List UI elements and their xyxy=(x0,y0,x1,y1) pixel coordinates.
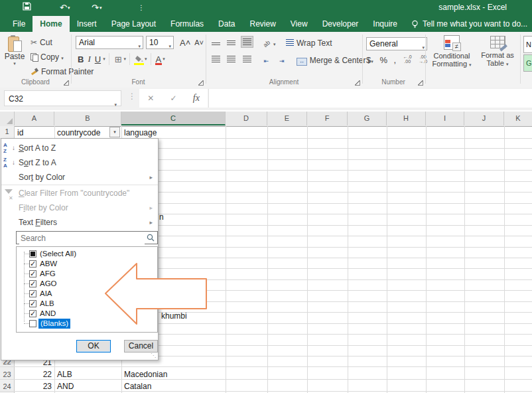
font-dialog-launcher[interactable] xyxy=(198,80,204,86)
col-header-a[interactable]: A xyxy=(15,112,54,125)
borders-button[interactable]: ⊞ xyxy=(113,54,124,64)
italic-button[interactable]: I xyxy=(86,54,92,64)
cell-c24[interactable]: Catalan xyxy=(124,380,151,392)
row-24[interactable]: 24 23 AND Catalan xyxy=(0,380,532,392)
format-painter-button[interactable]: Format Painter xyxy=(31,65,94,78)
menu-clear-filter[interactable]: ✕ Clear Filter From "countrycode" xyxy=(1,187,158,200)
select-all-corner[interactable] xyxy=(0,112,15,125)
merge-center-button[interactable]: ↔Merge & Center ▾ xyxy=(297,56,371,65)
col-header-c[interactable]: C xyxy=(121,112,226,125)
align-center-button[interactable] xyxy=(225,53,237,65)
number-dialog-launcher[interactable] xyxy=(418,80,423,86)
clipboard-dialog-launcher[interactable] xyxy=(64,80,69,86)
tab-inquire[interactable]: Inquire xyxy=(366,16,405,32)
filter-item[interactable]: ✓ AFG xyxy=(17,269,157,279)
align-right-button[interactable] xyxy=(241,53,253,65)
undo-caret-icon[interactable]: ▾ xyxy=(68,5,70,10)
font-name-combo[interactable]: Arial▾ xyxy=(76,36,143,49)
checkbox-indeterminate[interactable] xyxy=(29,250,36,258)
bold-button[interactable]: B xyxy=(76,54,86,64)
redo-caret-icon[interactable]: ▾ xyxy=(100,5,102,10)
font-color-caret-icon[interactable]: ▾ xyxy=(163,56,165,62)
tab-review[interactable]: Review xyxy=(242,16,283,32)
filter-search-box[interactable] xyxy=(16,231,158,244)
filter-item-select-all[interactable]: (Select All) xyxy=(17,249,157,259)
insert-function-icon[interactable]: fx xyxy=(193,93,200,104)
filter-item-blanks[interactable]: (Blanks) xyxy=(17,319,157,329)
checkbox-checked[interactable]: ✓ xyxy=(29,290,36,297)
menu-filter-by-color[interactable]: Filter by Color ▸ xyxy=(1,201,158,214)
redo-button[interactable]: ↷▾ xyxy=(92,1,101,15)
col-header-f[interactable]: F xyxy=(307,112,348,125)
font-color-button[interactable]: A xyxy=(155,54,163,64)
increase-decimal-button[interactable]: ←.0.00 xyxy=(403,54,412,64)
qat-customize-icon[interactable]: ⋮ xyxy=(138,1,145,15)
col-header-h[interactable]: H xyxy=(387,112,426,125)
row-23[interactable]: 23 22 ALB Macedonian xyxy=(0,367,532,380)
copy-button[interactable]: Copy ▾ xyxy=(31,50,64,64)
cell-c1[interactable]: language xyxy=(124,128,157,137)
paste-button[interactable]: Paste ▾ xyxy=(3,36,27,84)
fill-color-caret-icon[interactable]: ▾ xyxy=(145,56,147,62)
align-left-button[interactable] xyxy=(210,53,222,65)
countrycode-filter-button[interactable]: ▾ xyxy=(109,127,120,137)
col-header-k[interactable]: K xyxy=(504,112,532,125)
top-align-button[interactable] xyxy=(210,36,222,48)
orientation-button[interactable]: ab xyxy=(260,36,273,48)
cell-a1[interactable]: id xyxy=(17,128,23,137)
cell-style-good[interactable]: G xyxy=(523,54,532,72)
col-header-i[interactable]: I xyxy=(426,112,464,125)
cancel-entry-icon[interactable]: ✕ xyxy=(147,94,154,103)
paste-caret-icon[interactable]: ▾ xyxy=(3,61,27,66)
alignment-dialog-launcher[interactable] xyxy=(355,80,360,86)
undo-button[interactable]: ↶▾ xyxy=(60,1,70,15)
tell-me-box[interactable]: Tell me what you want to do... xyxy=(411,16,527,32)
menu-sort-a-to-z[interactable]: AZ↓ Sort A to Z xyxy=(1,141,158,155)
resize-grip[interactable]: ⋱ xyxy=(151,353,156,358)
decrease-decimal-button[interactable]: .00→.0 xyxy=(419,54,427,64)
middle-align-button[interactable] xyxy=(225,36,237,48)
accounting-caret-icon[interactable]: ▾ xyxy=(371,59,373,64)
checkbox-checked[interactable]: ✓ xyxy=(29,260,36,268)
decrease-indent-button[interactable]: ⇤ xyxy=(260,53,273,65)
tab-file[interactable]: File xyxy=(5,16,33,32)
cell-b1[interactable]: countrycode xyxy=(57,128,100,137)
cell-a24[interactable]: 23 xyxy=(15,380,52,392)
save-icon[interactable] xyxy=(23,1,31,15)
shrink-font-button[interactable]: A˅ xyxy=(192,39,206,46)
font-size-combo[interactable]: 10▾ xyxy=(146,36,174,49)
col-header-g[interactable]: G xyxy=(348,112,387,125)
enter-entry-icon[interactable]: ✓ xyxy=(170,94,176,103)
fill-color-button[interactable] xyxy=(133,54,145,64)
cut-button[interactable]: ✂Cut xyxy=(31,36,52,49)
tab-developer[interactable]: Developer xyxy=(315,16,366,32)
col-header-d[interactable]: D xyxy=(226,112,267,125)
underline-button[interactable]: U xyxy=(93,54,103,64)
increase-indent-button[interactable]: ⇥ xyxy=(275,53,288,65)
row-header-1[interactable]: 1 xyxy=(0,127,14,135)
filter-item[interactable]: ✓ AGO xyxy=(17,279,157,289)
conditional-formatting-button[interactable]: ≠ Conditional Formatting ▾ xyxy=(429,35,475,69)
bottom-align-button[interactable] xyxy=(241,36,253,48)
filter-item[interactable]: ✓ ABW xyxy=(17,259,157,269)
tab-page-layout[interactable]: Page Layout xyxy=(104,16,163,32)
ok-button[interactable]: OK xyxy=(76,340,111,353)
menu-sort-z-to-a[interactable]: ZA↓ Sort Z to A xyxy=(1,156,158,169)
number-format-combo[interactable]: General▾ xyxy=(366,37,427,50)
tab-data[interactable]: Data xyxy=(211,16,242,32)
filter-search-input[interactable] xyxy=(19,232,145,244)
orientation-caret-icon[interactable]: ▾ xyxy=(273,42,276,46)
comma-style-button[interactable]: , xyxy=(394,55,397,65)
tab-view[interactable]: View xyxy=(283,16,315,32)
filter-item[interactable]: ✓ AIA xyxy=(17,289,157,299)
format-as-table-button[interactable]: Format as Table ▾ xyxy=(476,35,519,68)
cell-style-normal[interactable]: N xyxy=(523,36,532,53)
menu-sort-by-color[interactable]: Sort by Color ▸ xyxy=(1,171,158,184)
underline-caret-icon[interactable]: ▾ xyxy=(103,56,105,62)
percent-style-button[interactable]: % xyxy=(379,55,387,65)
tab-formulas[interactable]: Formulas xyxy=(163,16,211,32)
grow-font-button[interactable]: A˄ xyxy=(178,38,192,48)
filter-item[interactable]: ✓ AND xyxy=(17,309,157,319)
cell-b24[interactable]: AND xyxy=(57,380,74,392)
checkbox-checked[interactable]: ✓ xyxy=(29,280,36,287)
